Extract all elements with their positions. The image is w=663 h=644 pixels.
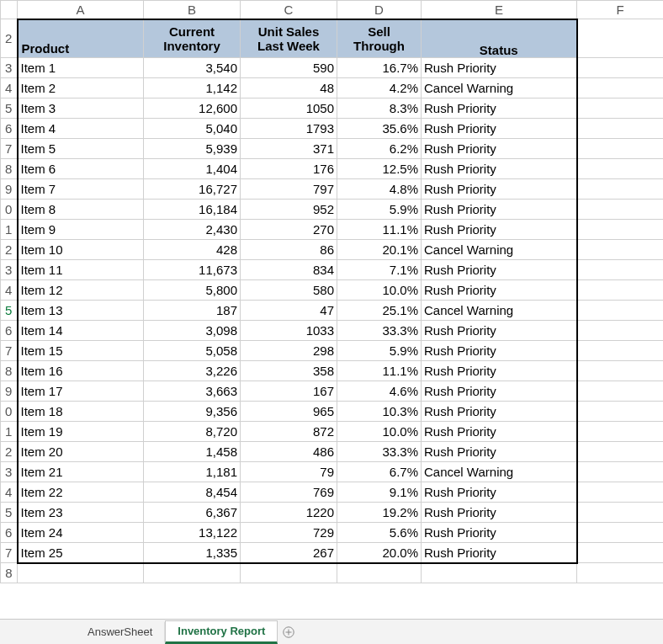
- cell-sell[interactable]: 25.1%: [337, 301, 422, 321]
- row-header-2[interactable]: 2: [1, 19, 18, 58]
- row-header-20[interactable]: 0: [1, 402, 18, 422]
- cell-product[interactable]: Item 6: [18, 159, 144, 179]
- cell-status[interactable]: Rush Priority: [422, 341, 577, 361]
- cell-sell[interactable]: 33.3%: [337, 442, 422, 462]
- cell-status[interactable]: Rush Priority: [422, 58, 577, 78]
- cell-F10[interactable]: [577, 200, 664, 220]
- cell-status[interactable]: Rush Priority: [422, 321, 577, 341]
- row-header-21[interactable]: 1: [1, 422, 18, 442]
- cell-sell[interactable]: 20.0%: [337, 543, 422, 563]
- row-header-24[interactable]: 4: [1, 482, 18, 503]
- tab-inventory-report[interactable]: Inventory Report: [165, 620, 278, 644]
- cell-product[interactable]: Item 2: [18, 78, 144, 98]
- cell-sales[interactable]: 270: [241, 220, 337, 240]
- cell-sales[interactable]: 1033: [241, 321, 337, 341]
- cell-sales[interactable]: 371: [241, 139, 337, 159]
- cell-inventory[interactable]: 16,184: [144, 200, 241, 220]
- cell-product[interactable]: Item 4: [18, 119, 144, 139]
- cell-product[interactable]: Item 1: [18, 58, 144, 78]
- cell-status[interactable]: Rush Priority: [422, 381, 577, 402]
- cell-F4[interactable]: [577, 78, 664, 98]
- cell-product[interactable]: Item 11: [18, 260, 144, 280]
- cell-F23[interactable]: [577, 462, 664, 482]
- cell-inventory[interactable]: 6,367: [144, 503, 241, 523]
- cell-sell[interactable]: 11.1%: [337, 361, 422, 381]
- row-header-15[interactable]: 5: [1, 301, 18, 321]
- cell-product[interactable]: Item 23: [18, 503, 144, 523]
- tab-answersheet[interactable]: AnswerSheet: [76, 622, 165, 642]
- cell-sell[interactable]: 10.3%: [337, 402, 422, 422]
- header-inventory[interactable]: CurrentInventory: [144, 19, 241, 58]
- cell-F13[interactable]: [577, 260, 664, 280]
- cell-product[interactable]: Item 17: [18, 381, 144, 402]
- cell-status[interactable]: Rush Priority: [422, 361, 577, 381]
- cell-sales[interactable]: 590: [241, 58, 337, 78]
- cell-inventory[interactable]: 1,142: [144, 78, 241, 98]
- cell-status[interactable]: Rush Priority: [422, 119, 577, 139]
- cell-F26[interactable]: [577, 523, 664, 543]
- cell-inventory[interactable]: 8,454: [144, 482, 241, 503]
- cell-product[interactable]: Item 16: [18, 361, 144, 381]
- cell-status[interactable]: Rush Priority: [422, 200, 577, 220]
- cell-sell[interactable]: 12.5%: [337, 159, 422, 179]
- cell-product[interactable]: Item 12: [18, 280, 144, 301]
- cell-inventory[interactable]: 5,939: [144, 139, 241, 159]
- cell-sales[interactable]: 358: [241, 361, 337, 381]
- row-header-13[interactable]: 3: [1, 260, 18, 280]
- row-header-6[interactable]: 6: [1, 119, 18, 139]
- col-header-E[interactable]: E: [422, 1, 577, 19]
- cell-sales[interactable]: 797: [241, 179, 337, 200]
- cell-status[interactable]: Rush Priority: [422, 159, 577, 179]
- cell-status[interactable]: Rush Priority: [422, 139, 577, 159]
- cell-sales[interactable]: 729: [241, 523, 337, 543]
- col-header-F[interactable]: F: [577, 1, 664, 19]
- cell-inventory[interactable]: 16,727: [144, 179, 241, 200]
- cell-F15[interactable]: [577, 301, 664, 321]
- cell-inventory[interactable]: 9,356: [144, 402, 241, 422]
- cell-F14[interactable]: [577, 280, 664, 301]
- cell-sell[interactable]: 16.7%: [337, 58, 422, 78]
- cell-status[interactable]: Rush Priority: [422, 220, 577, 240]
- cell-F7[interactable]: [577, 139, 664, 159]
- header-sales[interactable]: Unit SalesLast Week: [241, 19, 337, 58]
- cell-F27[interactable]: [577, 543, 664, 563]
- cell-status[interactable]: Rush Priority: [422, 503, 577, 523]
- row-header-14[interactable]: 4: [1, 280, 18, 301]
- row-header-26[interactable]: 6: [1, 523, 18, 543]
- cell-product[interactable]: Item 22: [18, 482, 144, 503]
- col-header-D[interactable]: D: [337, 1, 422, 19]
- row-header-16[interactable]: 6: [1, 321, 18, 341]
- row-header-7[interactable]: 7: [1, 139, 18, 159]
- cell-inventory[interactable]: 2,430: [144, 220, 241, 240]
- cell-F24[interactable]: [577, 482, 664, 503]
- row-header-3[interactable]: 3: [1, 58, 18, 78]
- cell-sales[interactable]: 1050: [241, 98, 337, 119]
- cell-status[interactable]: Cancel Warning: [422, 78, 577, 98]
- cell-product[interactable]: Item 7: [18, 179, 144, 200]
- cell-status[interactable]: Rush Priority: [422, 98, 577, 119]
- cell-inventory[interactable]: 5,040: [144, 119, 241, 139]
- cell-B28[interactable]: [144, 563, 241, 583]
- cell-inventory[interactable]: 1,458: [144, 442, 241, 462]
- cell-status[interactable]: Rush Priority: [422, 402, 577, 422]
- row-header-11[interactable]: 1: [1, 220, 18, 240]
- cell-sales[interactable]: 79: [241, 462, 337, 482]
- cell-product[interactable]: Item 3: [18, 98, 144, 119]
- col-header-C[interactable]: C: [241, 1, 337, 19]
- cell-inventory[interactable]: 11,673: [144, 260, 241, 280]
- cell-sales[interactable]: 267: [241, 543, 337, 563]
- cell-inventory[interactable]: 3,226: [144, 361, 241, 381]
- cell-sell[interactable]: 8.3%: [337, 98, 422, 119]
- cell-status[interactable]: Rush Priority: [422, 179, 577, 200]
- cell-sell[interactable]: 6.7%: [337, 462, 422, 482]
- cell-sell[interactable]: 5.9%: [337, 341, 422, 361]
- row-header-17[interactable]: 7: [1, 341, 18, 361]
- cell-status[interactable]: Rush Priority: [422, 422, 577, 442]
- col-header-B[interactable]: B: [144, 1, 241, 19]
- cell-inventory[interactable]: 428: [144, 240, 241, 260]
- cell-product[interactable]: Item 8: [18, 200, 144, 220]
- cell-sell[interactable]: 19.2%: [337, 503, 422, 523]
- cell-status[interactable]: Rush Priority: [422, 523, 577, 543]
- row-header-18[interactable]: 8: [1, 361, 18, 381]
- cell-inventory[interactable]: 1,335: [144, 543, 241, 563]
